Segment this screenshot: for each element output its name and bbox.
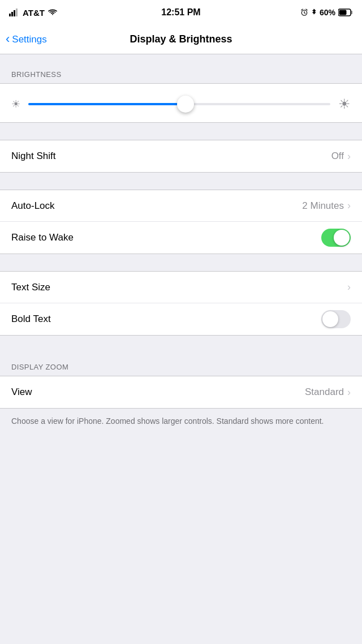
svg-rect-6 [351, 11, 353, 14]
signal-icon [9, 8, 19, 16]
raise-to-wake-toggle[interactable] [321, 229, 351, 247]
bold-text-toggle[interactable] [321, 310, 351, 328]
night-shift-value: Off [331, 151, 344, 162]
svg-rect-1 [11, 12, 13, 16]
text-size-right: › [347, 281, 351, 293]
battery-percentage: 60% [320, 8, 335, 17]
night-shift-chevron-icon: › [347, 151, 351, 162]
spacer-2 [0, 173, 362, 190]
night-shift-row[interactable]: Night Shift Off › [0, 140, 362, 172]
view-row[interactable]: View Standard › [0, 376, 362, 408]
back-button[interactable]: ‹ Settings [6, 33, 47, 45]
status-bar: AT&T 12:51 PM 60% [0, 0, 362, 25]
brightness-section: ☀ ☀ [0, 83, 362, 123]
autolock-row[interactable]: Auto-Lock 2 Minutes › [0, 190, 362, 222]
spacer-4 [0, 336, 362, 353]
view-chevron-icon: › [347, 387, 351, 398]
display-zoom-footer: Choose a view for iPhone. Zoomed shows l… [0, 409, 362, 434]
display-zoom-section-label: DISPLAY ZOOM [0, 353, 362, 376]
bold-text-row: Bold Text [0, 303, 362, 335]
battery-icon [338, 8, 353, 16]
sun-small-icon: ☀ [11, 98, 20, 110]
autolock-value-group: 2 Minutes › [302, 200, 351, 212]
status-time: 12:51 PM [161, 7, 200, 18]
text-size-chevron-icon: › [347, 281, 351, 293]
back-chevron-icon: ‹ [6, 33, 10, 45]
night-shift-value-group: Off › [331, 151, 351, 162]
alarm-icon [300, 8, 308, 16]
status-right: 60% [300, 8, 353, 17]
page-title: Display & Brightness [130, 33, 232, 45]
bold-text-label: Bold Text [11, 314, 51, 325]
view-value-group: Standard › [305, 387, 351, 398]
autolock-wake-group: Auto-Lock 2 Minutes › Raise to Wake [0, 190, 362, 254]
svg-rect-3 [16, 8, 18, 16]
slider-fill [28, 103, 186, 105]
autolock-label: Auto-Lock [11, 200, 55, 212]
view-value: Standard [305, 387, 344, 398]
raise-to-wake-label: Raise to Wake [11, 232, 74, 243]
bold-text-toggle-thumb [322, 311, 338, 327]
carrier-label: AT&T [23, 8, 45, 18]
night-shift-label: Night Shift [11, 151, 55, 162]
sun-large-icon: ☀ [338, 96, 351, 112]
view-label: View [11, 387, 32, 398]
nav-bar: ‹ Settings Display & Brightness [0, 25, 362, 54]
bluetooth-icon [311, 8, 317, 16]
text-size-row[interactable]: Text Size › [0, 272, 362, 303]
svg-rect-0 [9, 14, 11, 16]
wifi-icon [48, 9, 57, 16]
brightness-slider-row[interactable]: ☀ ☀ [11, 96, 351, 112]
spacer-3 [0, 254, 362, 271]
display-zoom-group: View Standard › [0, 376, 362, 409]
spacer-1 [0, 123, 362, 140]
raise-to-wake-row: Raise to Wake [0, 222, 362, 254]
brightness-slider[interactable] [28, 103, 330, 105]
autolock-chevron-icon: › [347, 200, 351, 212]
text-size-label: Text Size [11, 282, 50, 293]
svg-rect-2 [14, 10, 15, 16]
autolock-value: 2 Minutes [302, 200, 344, 212]
slider-thumb[interactable] [177, 96, 194, 113]
text-group: Text Size › Bold Text [0, 271, 362, 336]
back-label: Settings [12, 34, 46, 45]
svg-rect-7 [339, 10, 347, 15]
status-left: AT&T [9, 8, 57, 18]
night-shift-group: Night Shift Off › [0, 140, 362, 173]
brightness-section-label: BRIGHTNESS [0, 60, 362, 83]
raise-to-wake-toggle-thumb [334, 230, 350, 246]
